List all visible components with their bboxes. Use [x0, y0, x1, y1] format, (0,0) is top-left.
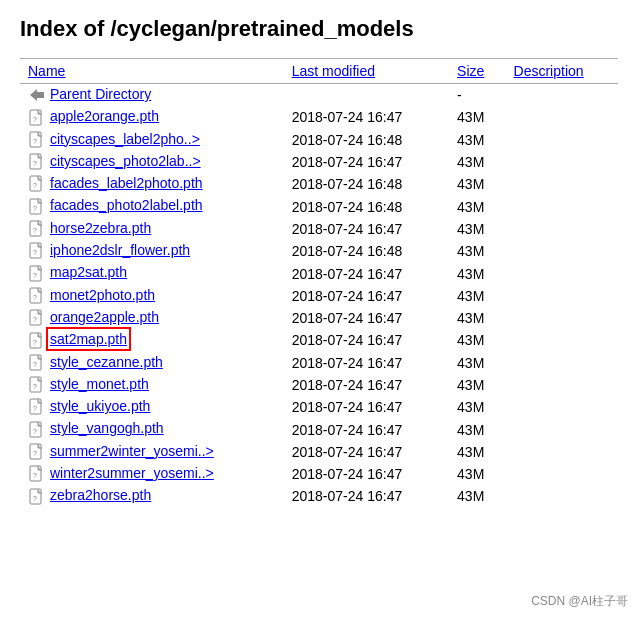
file-name-cell: ? style_ukiyoe.pth: [20, 396, 284, 418]
svg-text:?: ?: [33, 361, 37, 368]
table-row: ? style_monet.pth2018-07-24 16:4743M: [20, 374, 618, 396]
file-link[interactable]: apple2orange.pth: [50, 108, 159, 124]
file-icon: ?: [28, 354, 46, 372]
svg-text:?: ?: [33, 405, 37, 412]
file-link[interactable]: style_monet.pth: [50, 376, 149, 392]
file-link[interactable]: sat2map.pth: [50, 331, 127, 347]
svg-text:?: ?: [33, 227, 37, 234]
file-link[interactable]: iphone2dslr_flower.pth: [50, 242, 190, 258]
file-size-cell: 43M: [449, 352, 506, 374]
svg-marker-0: [30, 89, 44, 101]
file-size-cell: 43M: [449, 262, 506, 284]
file-desc-cell: [506, 329, 618, 351]
file-link[interactable]: facades_label2photo.pth: [50, 175, 203, 191]
svg-text:?: ?: [33, 294, 37, 301]
file-name-cell: ? style_cezanne.pth: [20, 352, 284, 374]
table-row: ? style_ukiyoe.pth2018-07-24 16:4743M: [20, 396, 618, 418]
file-icon: ?: [28, 443, 46, 461]
file-icon: ?: [28, 153, 46, 171]
file-date-cell: 2018-07-24 16:47: [284, 262, 449, 284]
table-row: ? apple2orange.pth2018-07-24 16:4743M: [20, 106, 618, 128]
file-link[interactable]: orange2apple.pth: [50, 309, 159, 325]
file-date-cell: 2018-07-24 16:47: [284, 329, 449, 351]
table-row: ? map2sat.pth2018-07-24 16:4743M: [20, 262, 618, 284]
file-icon: ?: [28, 376, 46, 394]
file-desc-cell: [506, 441, 618, 463]
file-size-cell: 43M: [449, 173, 506, 195]
file-date-cell: 2018-07-24 16:47: [284, 151, 449, 173]
file-icon: ?: [28, 287, 46, 305]
file-link[interactable]: map2sat.pth: [50, 264, 127, 280]
file-date-cell: 2018-07-24 16:48: [284, 129, 449, 151]
file-desc-cell: [506, 106, 618, 128]
file-icon: ?: [28, 131, 46, 149]
file-date-cell: 2018-07-24 16:47: [284, 441, 449, 463]
svg-text:?: ?: [33, 495, 37, 502]
file-name-cell: ? orange2apple.pth: [20, 307, 284, 329]
col-size-link[interactable]: Size: [457, 63, 484, 79]
file-size-cell: 43M: [449, 485, 506, 507]
svg-text:?: ?: [33, 138, 37, 145]
file-link[interactable]: style_ukiyoe.pth: [50, 398, 150, 414]
file-link[interactable]: facades_photo2label.pth: [50, 197, 203, 213]
svg-text:?: ?: [33, 472, 37, 479]
file-icon: ?: [28, 242, 46, 260]
file-desc-cell: [506, 218, 618, 240]
col-last-modified: Last modified: [284, 59, 449, 84]
file-desc-cell: [506, 485, 618, 507]
file-desc-cell: [506, 129, 618, 151]
file-name-cell: ? style_vangogh.pth: [20, 418, 284, 440]
file-name-cell: ? monet2photo.pth: [20, 285, 284, 307]
page-title: Index of /cyclegan/pretrained_models: [20, 16, 618, 42]
file-date-cell: 2018-07-24 16:47: [284, 463, 449, 485]
col-last-modified-link[interactable]: Last modified: [292, 63, 375, 79]
parent-size-cell: -: [449, 84, 506, 107]
file-icon: ?: [28, 109, 46, 127]
file-size-cell: 43M: [449, 396, 506, 418]
file-desc-cell: [506, 285, 618, 307]
file-link[interactable]: style_cezanne.pth: [50, 354, 163, 370]
file-icon: ?: [28, 265, 46, 283]
svg-text:?: ?: [33, 182, 37, 189]
file-listing-table: Name Last modified Size Description Pare…: [20, 58, 618, 508]
file-link[interactable]: monet2photo.pth: [50, 287, 155, 303]
parent-directory-row: Parent Directory -: [20, 84, 618, 107]
file-date-cell: 2018-07-24 16:47: [284, 418, 449, 440]
file-link[interactable]: winter2summer_yosemi..>: [50, 465, 214, 481]
file-date-cell: 2018-07-24 16:48: [284, 195, 449, 217]
file-date-cell: 2018-07-24 16:47: [284, 106, 449, 128]
file-date-cell: 2018-07-24 16:47: [284, 485, 449, 507]
svg-text:?: ?: [33, 160, 37, 167]
file-link[interactable]: zebra2horse.pth: [50, 487, 151, 503]
table-row: ? facades_photo2label.pth2018-07-24 16:4…: [20, 195, 618, 217]
file-name-cell: ? apple2orange.pth: [20, 106, 284, 128]
table-row: ? iphone2dslr_flower.pth2018-07-24 16:48…: [20, 240, 618, 262]
file-link[interactable]: style_vangogh.pth: [50, 420, 164, 436]
file-date-cell: 2018-07-24 16:47: [284, 307, 449, 329]
file-link[interactable]: summer2winter_yosemi..>: [50, 443, 214, 459]
file-date-cell: 2018-07-24 16:47: [284, 352, 449, 374]
col-description-link[interactable]: Description: [514, 63, 584, 79]
table-row: ? style_cezanne.pth2018-07-24 16:4743M: [20, 352, 618, 374]
file-size-cell: 43M: [449, 218, 506, 240]
file-link[interactable]: cityscapes_label2pho..>: [50, 131, 200, 147]
table-row: ? style_vangogh.pth2018-07-24 16:4743M: [20, 418, 618, 440]
file-link[interactable]: cityscapes_photo2lab..>: [50, 153, 201, 169]
file-icon: ?: [28, 309, 46, 327]
file-date-cell: 2018-07-24 16:47: [284, 218, 449, 240]
col-name-link[interactable]: Name: [28, 63, 65, 79]
file-name-cell: ? map2sat.pth: [20, 262, 284, 284]
parent-name-cell: Parent Directory: [20, 84, 284, 107]
file-name-cell: ? summer2winter_yosemi..>: [20, 441, 284, 463]
file-icon: ?: [28, 220, 46, 238]
file-size-cell: 43M: [449, 418, 506, 440]
file-date-cell: 2018-07-24 16:48: [284, 173, 449, 195]
file-date-cell: 2018-07-24 16:48: [284, 240, 449, 262]
file-link[interactable]: horse2zebra.pth: [50, 220, 151, 236]
parent-date-cell: [284, 84, 449, 107]
parent-directory-link[interactable]: Parent Directory: [50, 86, 151, 102]
file-date-cell: 2018-07-24 16:47: [284, 374, 449, 396]
file-size-cell: 43M: [449, 151, 506, 173]
file-desc-cell: [506, 195, 618, 217]
file-desc-cell: [506, 151, 618, 173]
